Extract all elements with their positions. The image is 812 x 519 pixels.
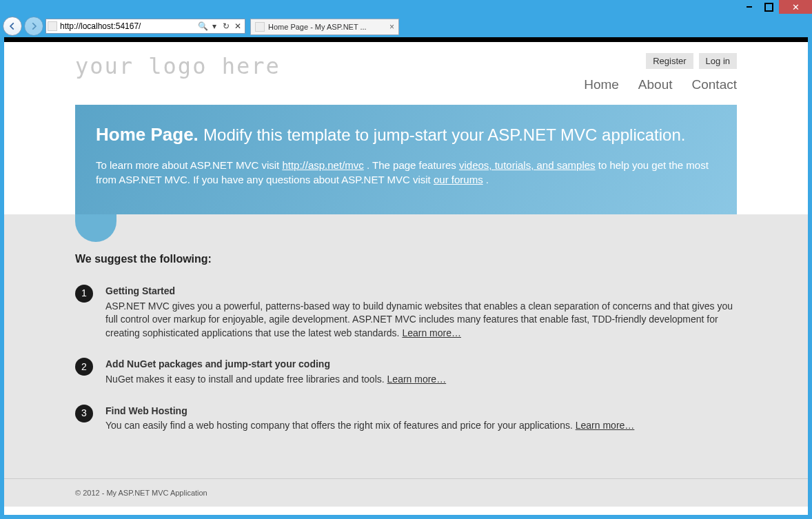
hero-title-main: Home Page.: [96, 124, 199, 145]
main-nav: Home About Contact: [584, 77, 737, 92]
suggest-heading: We suggest the following:: [75, 253, 737, 265]
suggest-item-title: Find Web Hosting: [105, 405, 737, 418]
login-link[interactable]: Log in: [699, 53, 737, 69]
body-section: We suggest the following: Getting Starte…: [4, 214, 808, 478]
browser-chrome: 🔍 ▾ ↻ ✕ Home Page - My ASP.NET ... ×: [0, 0, 812, 36]
browser-tab[interactable]: Home Page - My ASP.NET ... ×: [250, 19, 399, 35]
arrow-left-icon: [8, 21, 17, 31]
suggest-item-body: NuGet makes it easy to install and updat…: [105, 374, 387, 385]
window-minimize-button[interactable]: [739, 0, 759, 14]
learn-more-link[interactable]: Learn more…: [402, 327, 461, 338]
suggest-item-title: Getting Started: [105, 285, 737, 298]
site-logo[interactable]: your logo here: [75, 53, 281, 79]
page-icon: [48, 21, 57, 31]
stop-icon[interactable]: ✕: [232, 21, 243, 32]
forward-button[interactable]: [24, 17, 43, 36]
suggest-item-1: Getting Started ASP.NET MVC gives you a …: [75, 285, 737, 340]
hero-link-aspnet[interactable]: http://asp.net/mvc: [282, 159, 363, 171]
arrow-right-icon: [29, 21, 39, 31]
address-bar[interactable]: 🔍 ▾ ↻ ✕: [45, 19, 245, 34]
top-black-bar: [4, 37, 808, 42]
tab-page-icon: [255, 22, 265, 32]
tab-title: Home Page - My ASP.NET ...: [268, 23, 386, 31]
register-link[interactable]: Register: [646, 53, 693, 69]
learn-more-link[interactable]: Learn more…: [387, 374, 447, 385]
hero-link-forums[interactable]: our forums: [434, 174, 483, 185]
hero-paragraph: To learn more about ASP.NET MVC visit ht…: [96, 158, 716, 187]
nav-about[interactable]: About: [638, 77, 673, 92]
hero-subtitle: Modify this template to jump-start your …: [203, 125, 685, 144]
learn-more-link[interactable]: Learn more…: [576, 420, 635, 431]
suggest-item-2: Add NuGet packages and jump-start your c…: [75, 358, 737, 386]
nav-contact[interactable]: Contact: [692, 77, 737, 92]
hero-title: Home Page. Modify this template to jump-…: [96, 124, 685, 145]
suggest-item-body: You can easily find a web hosting compan…: [105, 420, 576, 431]
site-footer: © 2012 - My ASP.NET MVC Application: [4, 478, 808, 507]
window-maximize-button[interactable]: [759, 0, 779, 14]
tab-close-button[interactable]: ×: [389, 22, 394, 32]
site-header: your logo here Register Log in Home Abou…: [75, 42, 737, 92]
page-viewport: your logo here Register Log in Home Abou…: [4, 37, 808, 515]
window-close-button[interactable]: [779, 0, 812, 14]
dropdown-icon[interactable]: ▾: [209, 21, 220, 32]
hero-banner: Home Page. Modify this template to jump-…: [75, 105, 737, 214]
suggest-item-title: Add NuGet packages and jump-start your c…: [105, 358, 737, 372]
search-icon[interactable]: 🔍: [197, 21, 208, 32]
back-button[interactable]: [3, 17, 22, 36]
nav-home[interactable]: Home: [584, 77, 619, 92]
suggest-item-3: Find Web Hosting You can easily find a w…: [75, 405, 737, 433]
hero-link-features[interactable]: videos, tutorials, and samples: [459, 159, 596, 171]
footer-text: © 2012 - My ASP.NET MVC Application: [75, 489, 207, 497]
refresh-icon[interactable]: ↻: [221, 21, 232, 32]
url-input[interactable]: [60, 21, 197, 31]
